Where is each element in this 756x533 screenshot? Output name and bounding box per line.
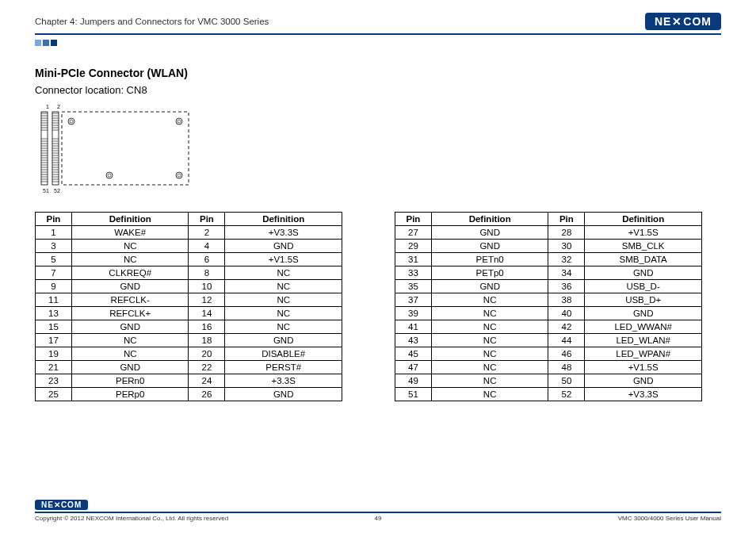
pin-cell: 5 (36, 253, 72, 266)
pin-cell: 1 (36, 226, 72, 240)
definition-cell: NC (431, 347, 548, 361)
definition-cell: +V3.3S (585, 388, 702, 401)
definition-cell: NC (225, 320, 342, 334)
pin-cell: 16 (189, 320, 225, 334)
svg-point-62 (108, 174, 111, 177)
table-row: 33PETp034GND (395, 266, 702, 280)
pin-cell: 2 (189, 226, 225, 240)
definition-cell: REFCLK- (71, 293, 189, 307)
svg-point-64 (178, 174, 181, 177)
pin-cell: 37 (395, 293, 432, 307)
pin-cell: 29 (395, 240, 432, 253)
th-def: Definition (431, 213, 548, 226)
table-row: 39NC40GND (395, 307, 702, 320)
definition-cell: NC (431, 374, 548, 388)
table-row: 15GND16NC (36, 320, 342, 334)
svg-point-61 (106, 172, 113, 178)
table-row: 21GND22PERST# (36, 361, 342, 374)
pin-cell: 38 (548, 293, 585, 307)
pin-label-1: 1 (46, 104, 49, 109)
pin-cell: 45 (395, 347, 432, 361)
pin-cell: 6 (189, 253, 225, 266)
table-row: 49NC50GND (395, 374, 702, 388)
definition-cell: NC (431, 307, 548, 320)
table-row: 17NC18GND (36, 334, 342, 347)
pin-cell: 21 (36, 361, 72, 374)
pin-cell: 26 (189, 388, 225, 401)
pin-cell: 4 (189, 240, 225, 253)
table-row: 35GND36USB_D- (395, 280, 702, 293)
definition-cell: DISABLE# (225, 347, 342, 361)
definition-cell: PETn0 (431, 253, 548, 266)
pin-cell: 49 (395, 374, 432, 388)
definition-cell: NC (71, 347, 189, 361)
table-row: 5NC6+V1.5S (36, 253, 342, 266)
definition-cell: +3.3S (225, 374, 342, 388)
pin-cell: 34 (548, 266, 585, 280)
pin-cell: 8 (189, 266, 225, 280)
footer-page-number: 49 (375, 515, 382, 522)
table-row: 27GND28+V1.5S (395, 226, 702, 240)
definition-cell: LED_WPAN# (585, 347, 702, 361)
pin-cell: 19 (36, 347, 72, 361)
definition-cell: +V1.5S (585, 361, 702, 374)
pin-label-51: 51 (43, 188, 49, 194)
pin-cell: 7 (36, 266, 72, 280)
pin-cell: 46 (548, 347, 585, 361)
definition-cell: NC (225, 280, 342, 293)
th-pin: Pin (36, 213, 72, 226)
svg-point-59 (176, 118, 182, 125)
definition-cell: NC (71, 240, 189, 253)
pin-cell: 48 (548, 361, 585, 374)
footer-copyright: Copyright © 2012 NEXCOM International Co… (35, 515, 228, 522)
pin-cell: 40 (548, 307, 585, 320)
definition-cell: NC (431, 334, 548, 347)
pin-cell: 25 (36, 388, 72, 401)
pin-table-right: Pin Definition Pin Definition 27GND28+V1… (395, 212, 702, 401)
svg-point-63 (176, 172, 182, 178)
pin-cell: 47 (395, 361, 432, 374)
table-row: 25PERp026GND (36, 388, 342, 401)
pin-cell: 12 (189, 293, 225, 307)
definition-cell: LED_WLAN# (585, 334, 702, 347)
table-row: 51NC52+V3.3S (395, 388, 702, 401)
pin-cell: 9 (36, 280, 72, 293)
pin-cell: 3 (36, 240, 72, 253)
definition-cell: +V1.5S (225, 253, 342, 266)
table-row: 13REFCLK+14NC (36, 307, 342, 320)
pin-cell: 31 (395, 253, 432, 266)
pin-cell: 27 (395, 226, 432, 240)
pin-cell: 33 (395, 266, 432, 280)
pin-cell: 24 (189, 374, 225, 388)
definition-cell: +V1.5S (585, 226, 702, 240)
footer-logo: NE✕COM (35, 500, 88, 510)
definition-cell: GND (225, 240, 342, 253)
chapter-title: Chapter 4: Jumpers and Connectors for VM… (35, 17, 269, 26)
definition-cell: PERn0 (71, 374, 189, 388)
th-pin: Pin (395, 213, 432, 226)
decorative-squares (35, 40, 721, 46)
definition-cell: +V3.3S (225, 226, 342, 240)
definition-cell: GND (585, 374, 702, 388)
th-def: Definition (225, 213, 342, 226)
definition-cell: GND (225, 334, 342, 347)
th-def: Definition (71, 213, 189, 226)
svg-rect-56 (62, 112, 189, 185)
svg-point-57 (68, 118, 74, 125)
definition-cell: NC (225, 307, 342, 320)
section-title: Mini-PCIe Connector (WLAN) (35, 67, 721, 79)
definition-cell: SMB_CLK (585, 240, 702, 253)
th-pin: Pin (189, 213, 225, 226)
definition-cell: USB_D+ (585, 293, 702, 307)
pin-cell: 23 (36, 374, 72, 388)
definition-cell: GND (71, 280, 189, 293)
table-row: 3NC4GND (36, 240, 342, 253)
definition-cell: GND (431, 226, 548, 240)
th-pin: Pin (548, 213, 585, 226)
table-row: 7CLKREQ#8NC (36, 266, 342, 280)
pin-cell: 11 (36, 293, 72, 307)
pin-label-2: 2 (57, 104, 60, 109)
th-def: Definition (585, 213, 702, 226)
definition-cell: PERp0 (71, 388, 189, 401)
definition-cell: CLKREQ# (71, 266, 189, 280)
